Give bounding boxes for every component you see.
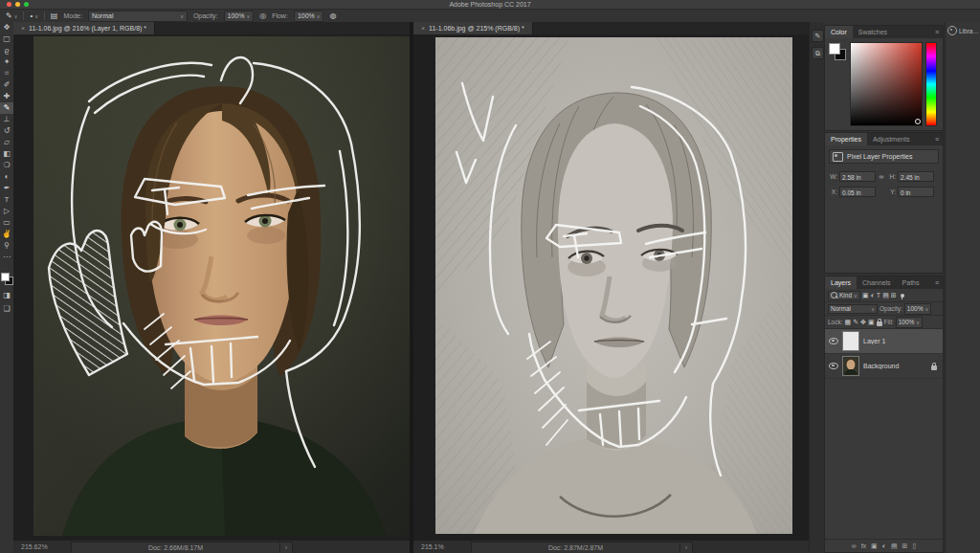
- toggle-brush-panel-button[interactable]: ▤: [51, 11, 58, 21]
- delete-layer-icon[interactable]: ▯: [912, 542, 916, 550]
- canvas-1[interactable]: [13, 34, 410, 541]
- tool-crop[interactable]: ⌗: [0, 68, 13, 79]
- tool-zoom[interactable]: ⚲: [0, 240, 13, 252]
- tool-path-selection[interactable]: ▷: [0, 206, 13, 217]
- filter-pixel-icon[interactable]: ▣: [862, 291, 869, 300]
- doc-size-field[interactable]: Doc: 2.66M/8.17M ›: [71, 542, 293, 553]
- y-field[interactable]: 0 in: [898, 187, 934, 197]
- filter-kind-label: Kind: [839, 291, 852, 300]
- tab-libraries[interactable]: Libraries: [947, 26, 979, 35]
- tool-hand[interactable]: ✌: [0, 229, 13, 240]
- panel-menu-icon[interactable]: ≡: [935, 26, 939, 38]
- color-panel: Color Swatches ≡: [824, 25, 944, 131]
- tool-eraser[interactable]: ▱: [0, 137, 13, 148]
- flow-select[interactable]: 100% ∨: [294, 11, 324, 22]
- filter-pin-icon[interactable]: [901, 294, 904, 298]
- document-tab[interactable]: × 11-1.06.jpg @ 216% (Layer 1, RGB/8) *: [13, 22, 155, 34]
- foreground-color-swatch[interactable]: [829, 43, 840, 55]
- tool-type[interactable]: T: [0, 194, 13, 206]
- layer-name[interactable]: Layer 1: [863, 338, 939, 344]
- fill-select[interactable]: 100% ∨: [896, 317, 923, 328]
- lock-artboard-icon[interactable]: ▣: [868, 318, 875, 327]
- filter-adjustment-icon[interactable]: ◐: [871, 291, 875, 300]
- layer-thumbnail[interactable]: [842, 331, 859, 351]
- new-group-icon[interactable]: ▤: [891, 542, 898, 550]
- tool-move[interactable]: ✥: [0, 22, 13, 33]
- screen-mode-button[interactable]: ❏: [0, 303, 13, 315]
- color-picker-marker[interactable]: [915, 119, 921, 124]
- tab-swatches[interactable]: Swatches: [853, 26, 893, 38]
- tool-shape[interactable]: ▭: [0, 217, 13, 229]
- x-field[interactable]: 0.05 in: [839, 187, 876, 197]
- airbrush-button[interactable]: ◍: [329, 11, 336, 21]
- layer-visibility-icon[interactable]: [829, 363, 838, 369]
- collapsed-panel-icon-b[interactable]: ⧉: [812, 47, 824, 59]
- lock-all-icon[interactable]: [877, 321, 882, 326]
- lock-position-icon[interactable]: ✥: [860, 318, 866, 327]
- tool-brush[interactable]: ✎: [0, 102, 13, 114]
- lock-pixels-icon[interactable]: ✎: [853, 318, 858, 327]
- tool-quick-selection[interactable]: ✦: [0, 56, 13, 68]
- tab-color[interactable]: Color: [825, 26, 853, 38]
- zoom-level-field[interactable]: 215.1%: [421, 541, 444, 553]
- close-tab-icon[interactable]: ×: [421, 25, 425, 32]
- foreground-background-swatches[interactable]: [1, 273, 12, 284]
- color-fg-bg-swatches[interactable]: [829, 43, 846, 60]
- foreground-color-swatch[interactable]: [1, 273, 10, 281]
- filter-smart-object-icon[interactable]: ⊞: [891, 291, 897, 300]
- edit-toolbar-button[interactable]: ⋯: [0, 252, 13, 263]
- zoom-level-field[interactable]: 215.62%: [21, 541, 48, 553]
- tab-channels[interactable]: Channels: [857, 276, 897, 289]
- filter-shape-icon[interactable]: ▤: [882, 291, 889, 300]
- layer-row-background[interactable]: Background: [825, 354, 943, 379]
- layer-style-icon[interactable]: fx: [861, 542, 866, 549]
- tool-blur[interactable]: ❍: [0, 160, 13, 171]
- link-layers-icon[interactable]: ∞: [852, 542, 857, 549]
- document-tab[interactable]: × 11-1.06b.jpg @ 215% (RGB/8) *: [413, 22, 533, 34]
- tool-history-brush[interactable]: ↺: [0, 125, 13, 137]
- quick-mask-button[interactable]: ◨: [0, 290, 13, 301]
- panel-menu-icon[interactable]: ≡: [935, 133, 939, 145]
- mode-select[interactable]: Normal ∨: [88, 11, 188, 22]
- filter-type-icon[interactable]: T: [877, 291, 880, 300]
- adjustment-layer-icon[interactable]: ◐: [882, 542, 886, 549]
- doc-size-field[interactable]: Doc: 2.87M/2.87M ›: [471, 542, 693, 553]
- layer-name[interactable]: Background: [863, 363, 927, 369]
- tab-paths[interactable]: Paths: [897, 276, 925, 289]
- panel-menu-icon[interactable]: ≡: [935, 276, 939, 289]
- layer-row-layer-1[interactable]: Layer 1: [825, 329, 943, 354]
- blend-mode-select[interactable]: Normal ∨: [828, 304, 878, 314]
- layer-thumbnail[interactable]: [842, 356, 859, 376]
- tool-pen[interactable]: ✒: [0, 183, 13, 194]
- saturation-brightness-picker[interactable]: [850, 42, 923, 126]
- status-chevron-icon[interactable]: ›: [279, 542, 292, 553]
- status-chevron-icon[interactable]: ›: [679, 542, 692, 553]
- tab-adjustments[interactable]: Adjustments: [867, 133, 916, 145]
- tool-lasso[interactable]: ϱ: [0, 45, 13, 56]
- lock-transparency-icon[interactable]: ▦: [845, 318, 852, 327]
- height-field[interactable]: 2.45 in: [898, 171, 934, 182]
- tool-preset-picker[interactable]: ✎ ∨: [6, 11, 17, 21]
- new-layer-icon[interactable]: ⊞: [902, 542, 908, 550]
- tool-marquee[interactable]: ▢: [0, 33, 13, 45]
- tab-properties[interactable]: Properties: [825, 133, 867, 145]
- width-field[interactable]: 2.58 in: [839, 171, 876, 182]
- layer-opacity-select[interactable]: 100% ∨: [904, 303, 931, 315]
- tool-dodge[interactable]: ◐: [0, 171, 13, 183]
- close-tab-icon[interactable]: ×: [21, 25, 25, 32]
- tool-eyedropper[interactable]: ✐: [0, 79, 13, 91]
- add-mask-icon[interactable]: ▣: [871, 542, 878, 550]
- link-dimensions-icon[interactable]: ∞: [876, 173, 887, 180]
- tool-gradient[interactable]: ◧: [0, 148, 13, 160]
- tool-healing-brush[interactable]: ✚: [0, 91, 13, 102]
- hue-slider[interactable]: [925, 42, 937, 126]
- tool-clone-stamp[interactable]: ⊥: [0, 114, 13, 125]
- filter-kind-select[interactable]: Kind ∨: [828, 291, 860, 300]
- collapsed-panel-icon-a[interactable]: ✎: [812, 30, 824, 42]
- opacity-select[interactable]: 100% ∨: [224, 11, 255, 22]
- tab-layers[interactable]: Layers: [825, 276, 857, 289]
- canvas-2[interactable]: [413, 34, 809, 541]
- layer-visibility-icon[interactable]: [829, 338, 838, 344]
- pressure-opacity-button[interactable]: ◎: [259, 11, 266, 21]
- brush-size-picker[interactable]: • ∨: [30, 11, 37, 21]
